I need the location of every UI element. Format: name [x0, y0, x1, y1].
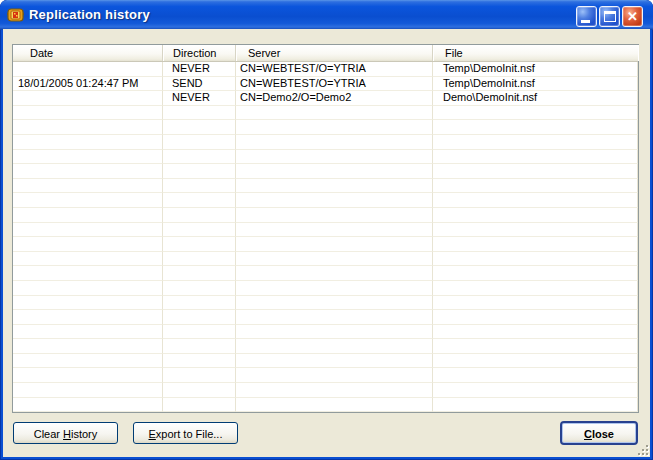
cell-server — [236, 266, 433, 281]
cell-server — [236, 120, 433, 135]
cell-file — [433, 383, 638, 398]
table-row-empty — [13, 193, 638, 208]
minimize-button[interactable] — [576, 6, 597, 27]
cell-date — [13, 62, 163, 77]
cell-direction — [163, 339, 236, 354]
table-row-empty — [13, 208, 638, 223]
cell-file — [433, 164, 638, 179]
cell-direction — [163, 398, 236, 412]
cell-file — [433, 179, 638, 194]
table-row[interactable]: 18/01/2005 01:24:47 PMSENDCN=WEBTEST/O=Y… — [13, 77, 638, 92]
resize-grip[interactable] — [637, 444, 650, 457]
cell-date — [13, 281, 163, 296]
cell-date — [13, 150, 163, 165]
table-row-empty — [13, 296, 638, 311]
cell-direction: SEND — [163, 77, 236, 92]
cell-server — [236, 135, 433, 150]
cell-direction: NEVER — [163, 91, 236, 106]
cell-file — [433, 223, 638, 238]
cell-server: CN=WEBTEST/O=YTRIA — [236, 77, 433, 92]
cell-server — [236, 223, 433, 238]
cell-direction — [163, 193, 236, 208]
cell-server — [236, 310, 433, 325]
cell-direction — [163, 383, 236, 398]
cell-server — [236, 325, 433, 340]
cell-date — [13, 223, 163, 238]
cell-direction — [163, 252, 236, 267]
cell-server: CN=WEBTEST/O=YTRIA — [236, 62, 433, 77]
cell-direction — [163, 281, 236, 296]
cell-direction — [163, 164, 236, 179]
cell-server — [236, 383, 433, 398]
cell-direction — [163, 135, 236, 150]
table-row-empty — [13, 398, 638, 412]
cell-file — [433, 310, 638, 325]
table-row-empty — [13, 120, 638, 135]
cell-file — [433, 135, 638, 150]
cell-direction — [163, 354, 236, 369]
cell-date: 18/01/2005 01:24:47 PM — [13, 77, 163, 92]
cell-date — [13, 354, 163, 369]
table-row-empty — [13, 383, 638, 398]
cell-server: CN=Demo2/O=Demo2 — [236, 91, 433, 106]
cell-direction — [163, 106, 236, 121]
cell-direction — [163, 266, 236, 281]
cell-direction: NEVER — [163, 62, 236, 77]
cell-date — [13, 383, 163, 398]
cell-direction — [163, 150, 236, 165]
cell-file — [433, 193, 638, 208]
cell-date — [13, 164, 163, 179]
table-row-empty — [13, 164, 638, 179]
cell-server — [236, 368, 433, 383]
cell-server — [236, 150, 433, 165]
cell-file — [433, 325, 638, 340]
cell-file — [433, 339, 638, 354]
titlebar-close-button[interactable]: ✕ — [622, 6, 643, 27]
export-to-file-button[interactable]: Export to File... — [133, 422, 238, 444]
table-row-empty — [13, 223, 638, 238]
minimize-icon — [581, 20, 590, 23]
cell-date — [13, 398, 163, 412]
maximize-button[interactable] — [599, 6, 620, 27]
close-button[interactable]: Close — [560, 421, 638, 445]
cell-server — [236, 252, 433, 267]
table-row[interactable]: NEVERCN=Demo2/O=Demo2Demo\DemoInit.nsf — [13, 91, 638, 106]
column-header-file[interactable]: File — [433, 45, 638, 61]
cell-server — [236, 237, 433, 252]
cell-date — [13, 179, 163, 194]
close-icon: ✕ — [623, 7, 642, 26]
cell-file — [433, 150, 638, 165]
table-row-empty — [13, 150, 638, 165]
column-header-server[interactable]: Server — [236, 45, 433, 61]
cell-date — [13, 368, 163, 383]
cell-direction — [163, 208, 236, 223]
cell-file — [433, 354, 638, 369]
replication-history-table: Date Direction Server File NEVERCN=WEBTE… — [12, 44, 639, 413]
column-header-date[interactable]: Date — [13, 45, 163, 61]
table-body: NEVERCN=WEBTEST/O=YTRIATemp\DemoInit.nsf… — [13, 62, 638, 412]
window-title: Replication history — [29, 7, 150, 22]
table-row-empty — [13, 135, 638, 150]
cell-file — [433, 398, 638, 412]
cell-server — [236, 193, 433, 208]
cell-date — [13, 252, 163, 267]
cell-file — [433, 252, 638, 267]
table-row-empty — [13, 106, 638, 121]
cell-direction — [163, 237, 236, 252]
cell-direction — [163, 325, 236, 340]
table-row-empty — [13, 237, 638, 252]
cell-file — [433, 106, 638, 121]
column-header-direction[interactable]: Direction — [163, 45, 236, 61]
cell-server — [236, 179, 433, 194]
cell-server — [236, 398, 433, 412]
cell-date — [13, 266, 163, 281]
table-row[interactable]: NEVERCN=WEBTEST/O=YTRIATemp\DemoInit.nsf — [13, 62, 638, 77]
titlebar[interactable]: Replication history ✕ — [0, 0, 653, 30]
cell-file — [433, 120, 638, 135]
clear-history-button[interactable]: Clear History — [13, 422, 118, 444]
cell-date — [13, 296, 163, 311]
table-row-empty — [13, 281, 638, 296]
cell-date — [13, 208, 163, 223]
table-row-empty — [13, 325, 638, 340]
cell-direction — [163, 223, 236, 238]
